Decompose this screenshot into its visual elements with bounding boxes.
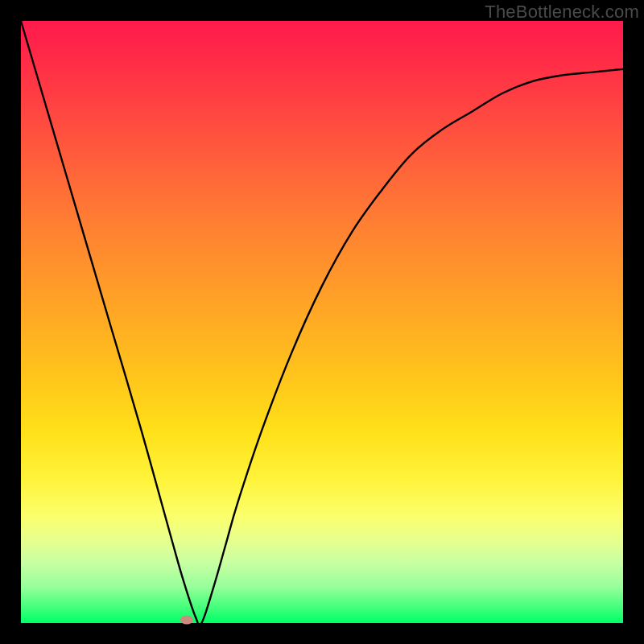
optimal-point-marker [180, 616, 193, 625]
bottleneck-curve [21, 21, 623, 623]
watermark-text: TheBottleneck.com [485, 2, 639, 23]
chart-frame [21, 21, 623, 623]
